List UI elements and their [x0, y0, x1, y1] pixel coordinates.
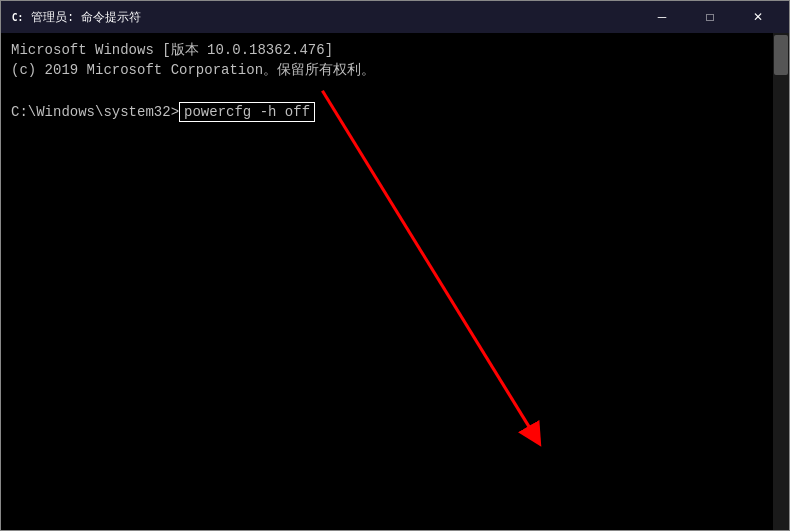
console-area: Microsoft Windows [版本 10.0.18362.476] (c…: [1, 33, 789, 530]
command-line: C:\Windows\system32>powercfg -h off: [11, 102, 779, 122]
titlebar: C: 管理员: 命令提示符 ─ □ ✕: [1, 1, 789, 33]
cmd-icon: C:: [9, 9, 25, 25]
window-title: 管理员: 命令提示符: [31, 9, 141, 26]
console-line3: [11, 80, 779, 100]
maximize-button[interactable]: □: [687, 1, 733, 33]
svg-text:C:: C:: [12, 12, 24, 23]
window-controls: ─ □ ✕: [639, 1, 781, 33]
close-button[interactable]: ✕: [735, 1, 781, 33]
scrollbar[interactable]: [773, 33, 789, 530]
command-text: powercfg -h off: [179, 102, 315, 122]
scrollbar-thumb[interactable]: [774, 35, 788, 75]
titlebar-left: C: 管理员: 命令提示符: [9, 9, 141, 26]
cmd-window: C: 管理员: 命令提示符 ─ □ ✕ Microsoft Windows [版…: [0, 0, 790, 531]
minimize-button[interactable]: ─: [639, 1, 685, 33]
console-line1: Microsoft Windows [版本 10.0.18362.476]: [11, 41, 779, 61]
console-prompt: C:\Windows\system32>: [11, 104, 179, 120]
svg-line-2: [322, 91, 535, 437]
console-line2: (c) 2019 Microsoft Corporation。保留所有权利。: [11, 61, 779, 81]
